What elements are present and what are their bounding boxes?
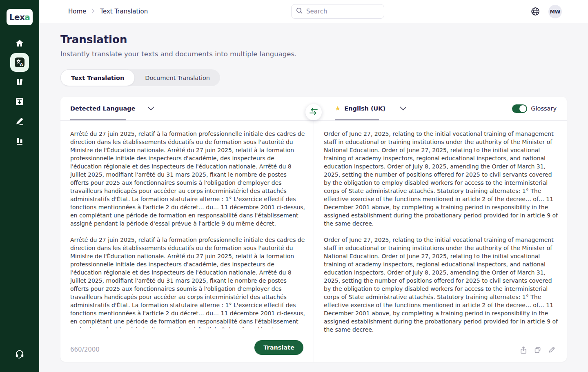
tab-document-translation[interactable]: Document Translation [135,69,220,86]
source-language-underline [70,120,126,120]
source-panel: Arrêté du 27 juin 2025, relatif à la for… [60,120,314,362]
pencil-icon [15,116,24,128]
headset-support-icon [14,349,25,361]
translate-button[interactable]: Translate [254,340,303,355]
char-counter: 660/2000 [70,346,100,353]
glossary-toggle[interactable] [512,104,527,113]
sidebar-item-downloads[interactable] [0,97,39,108]
search-input[interactable] [306,8,385,15]
chevron-down-icon[interactable] [147,106,154,111]
glossary-label: Glossary [531,105,557,112]
home-icon [15,38,24,50]
target-paragraph: Order of June 27, 2025, relating to the … [324,130,559,228]
topbar: Home Text Translation MW [39,0,588,23]
sidebar-item-stats[interactable] [0,136,39,147]
swap-languages-button[interactable] [305,104,322,120]
avatar-initials: MW [550,9,560,15]
tabs: Text Translation Document Translation [60,69,220,86]
logo-text-primary: Lex [9,12,25,22]
source-text-area[interactable]: Arrêté du 27 juin 2025, relatif à la for… [70,130,305,328]
sidebar-item-home[interactable] [0,38,39,50]
target-panel: Order of June 27, 2025, relating to the … [314,120,567,362]
source-language-label[interactable]: Detected Language [70,105,135,112]
logo-text-accent: a [24,12,30,22]
sidebar-item-library[interactable] [0,77,39,89]
copy-icon[interactable] [534,346,541,354]
breadcrumb-current: Text Translation [100,8,148,15]
edit-icon[interactable] [548,346,556,354]
sidebar-item-editor[interactable] [0,116,39,128]
stats-bars-icon [15,136,24,147]
source-language-selector[interactable]: Detected Language [70,97,154,120]
globe-language-icon[interactable] [530,7,540,16]
chevron-right-icon [91,8,95,15]
search-box[interactable] [291,4,384,19]
star-icon[interactable]: ★ [335,105,341,112]
sidebar-item-support[interactable] [0,349,39,361]
breadcrumb-home[interactable]: Home [68,8,86,15]
sidebar-item-translation[interactable]: A [0,53,39,72]
app-logo[interactable]: Lexa [7,9,33,25]
chevron-down-icon[interactable] [400,106,407,111]
translator-card: Detected Language ★ English (UK) Glossar… [60,97,567,362]
glossary-control: Glossary [512,97,557,120]
target-paragraph: Order of June 27, 2025, relating to the … [324,236,559,334]
toggle-knob [519,105,526,112]
library-books-icon [15,77,24,89]
translate-icon: A [10,53,29,72]
source-paragraph: Arrêté du 27 juin 2025, relatif à la for… [70,130,305,228]
page-title: Translation [60,33,127,46]
sidebar: Lexa A [0,0,39,372]
share-icon[interactable] [520,346,527,354]
target-language-label[interactable]: English (UK) [344,105,385,112]
tab-text-translation[interactable]: Text Translation [60,69,135,86]
target-text-area: Order of June 27, 2025, relating to the … [324,130,559,337]
target-language-selector[interactable]: ★ English (UK) [335,97,407,120]
topbar-actions: MW [530,5,588,18]
avatar[interactable]: MW [548,5,562,18]
svg-text:A: A [20,62,24,67]
output-actions [520,346,556,354]
target-language-underline [335,120,379,120]
page-subtitle: Instantly translate your texts and docum… [60,50,296,58]
swap-arrows-icon [309,108,318,117]
download-box-icon [15,97,24,108]
search-icon [296,7,303,16]
breadcrumb: Home Text Translation [68,8,148,15]
source-paragraph: Arrêté du 27 juin 2025, relatif à la for… [70,236,305,328]
